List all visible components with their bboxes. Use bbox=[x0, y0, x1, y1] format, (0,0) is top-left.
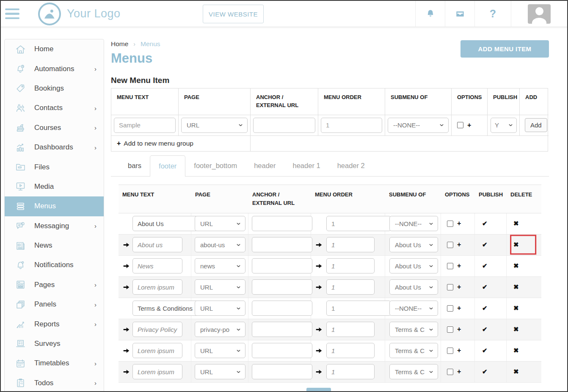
menu-order-input[interactable] bbox=[326, 364, 375, 379]
anchor-url-input[interactable] bbox=[252, 237, 312, 252]
user-avatar[interactable] bbox=[511, 1, 567, 27]
reset-button[interactable]: Reset bbox=[335, 390, 353, 392]
add-menu-item-button[interactable]: ADD MENU ITEM bbox=[460, 40, 549, 58]
inbox-button[interactable] bbox=[445, 1, 474, 27]
tab-bars[interactable]: bars bbox=[119, 155, 150, 176]
options-checkbox[interactable] bbox=[447, 326, 453, 333]
delete-button[interactable]: ✖ bbox=[513, 304, 519, 312]
options-checkbox[interactable] bbox=[447, 221, 453, 227]
menu-order-input[interactable] bbox=[326, 322, 375, 337]
submenu-select[interactable]: About Us bbox=[389, 279, 438, 295]
menu-order-input[interactable] bbox=[326, 258, 375, 273]
options-checkbox[interactable] bbox=[447, 242, 453, 248]
delete-button[interactable]: ✖ bbox=[513, 368, 519, 375]
page-select[interactable]: URL bbox=[195, 279, 245, 295]
sidebar-item-reports[interactable]: Reports › bbox=[5, 314, 104, 334]
sidebar-item-timetables[interactable]: Timetables › bbox=[5, 353, 104, 373]
menu-order-input[interactable] bbox=[326, 279, 375, 295]
new-anchor-url-input[interactable] bbox=[253, 118, 315, 133]
sidebar-item-files[interactable]: Files › bbox=[5, 157, 104, 177]
new-menu-text-input[interactable] bbox=[114, 118, 176, 133]
publish-check-icon[interactable]: ✔ bbox=[482, 220, 488, 227]
new-menu-order-input[interactable] bbox=[321, 118, 382, 133]
publish-check-icon[interactable]: ✔ bbox=[482, 283, 488, 291]
menu-text-input[interactable] bbox=[132, 301, 199, 316]
tab-footer_bottom[interactable]: footer_bottom bbox=[185, 155, 245, 176]
anchor-url-input[interactable] bbox=[252, 279, 312, 295]
delete-button[interactable]: ✖ bbox=[513, 326, 519, 333]
sidebar-item-automations[interactable]: Automations › bbox=[5, 59, 104, 78]
page-select[interactable]: URL bbox=[195, 364, 245, 379]
menu-text-input[interactable] bbox=[132, 237, 182, 252]
sidebar-item-pages[interactable]: Pages › bbox=[5, 275, 104, 295]
submenu-select[interactable]: About Us bbox=[389, 258, 438, 273]
hamburger-menu-icon[interactable] bbox=[5, 6, 19, 22]
anchor-url-input[interactable] bbox=[252, 322, 312, 337]
publish-check-icon[interactable]: ✔ bbox=[482, 347, 488, 354]
menu-order-input[interactable] bbox=[326, 301, 391, 316]
options-checkbox[interactable] bbox=[447, 348, 453, 354]
menu-order-input[interactable] bbox=[326, 343, 375, 358]
help-button[interactable]: ? bbox=[474, 1, 511, 27]
new-options-checkbox[interactable] bbox=[457, 122, 463, 128]
options-checkbox[interactable] bbox=[447, 284, 453, 290]
anchor-url-input[interactable] bbox=[252, 258, 312, 273]
tab-header[interactable]: header bbox=[245, 155, 284, 176]
delete-button[interactable]: ✖ bbox=[513, 347, 519, 354]
options-plus-icon[interactable]: + bbox=[457, 241, 461, 248]
submenu-select[interactable]: --NONE-- bbox=[389, 216, 438, 231]
options-plus-icon[interactable]: + bbox=[457, 283, 461, 291]
tab-header-1[interactable]: header 1 bbox=[284, 155, 329, 176]
view-website-button[interactable]: VIEW WEBSITE bbox=[203, 5, 264, 23]
page-select[interactable]: URL bbox=[195, 216, 245, 231]
sidebar-item-messaging[interactable]: Messaging › bbox=[5, 216, 104, 236]
publish-check-icon[interactable]: ✔ bbox=[482, 241, 488, 248]
tab-footer[interactable]: footer bbox=[150, 155, 185, 177]
tab-header-2[interactable]: header 2 bbox=[329, 155, 373, 176]
breadcrumb-home[interactable]: Home bbox=[111, 40, 128, 48]
page-select[interactable]: URL bbox=[195, 343, 245, 358]
menu-text-input[interactable] bbox=[132, 322, 182, 337]
submenu-select[interactable]: --NONE-- bbox=[389, 301, 438, 316]
sidebar-item-notifications[interactable]: Notifications › bbox=[5, 255, 104, 275]
add-to-new-menu-group-link[interactable]: + Add to new menu group bbox=[111, 136, 251, 151]
new-submenu-select[interactable]: --NONE-- bbox=[388, 118, 449, 133]
submenu-select[interactable]: About Us bbox=[389, 237, 438, 252]
menu-text-input[interactable] bbox=[132, 279, 182, 295]
page-select[interactable]: news bbox=[195, 258, 245, 273]
options-plus-icon[interactable]: + bbox=[457, 368, 461, 375]
anchor-url-input[interactable] bbox=[252, 343, 312, 358]
options-checkbox[interactable] bbox=[447, 369, 453, 375]
sidebar-item-menus[interactable]: Menus › bbox=[5, 196, 104, 216]
anchor-url-input[interactable] bbox=[252, 301, 312, 316]
sidebar-item-surveys[interactable]: Surveys › bbox=[5, 334, 104, 353]
sidebar-item-home[interactable]: Home › bbox=[5, 39, 104, 59]
sidebar-item-todos[interactable]: Todos › bbox=[5, 373, 104, 391]
menu-order-input[interactable] bbox=[326, 237, 375, 252]
options-plus-icon[interactable]: + bbox=[457, 347, 461, 354]
options-plus-icon[interactable]: + bbox=[457, 326, 461, 333]
logo[interactable]: Your Logo bbox=[38, 3, 121, 25]
submenu-select[interactable]: Terms & C bbox=[389, 364, 438, 379]
menu-text-input[interactable] bbox=[132, 216, 199, 231]
add-row-button[interactable]: Add bbox=[525, 118, 547, 132]
sidebar-item-panels[interactable]: Panels › bbox=[5, 295, 104, 314]
sidebar-item-courses[interactable]: Courses › bbox=[5, 118, 104, 138]
save-button[interactable]: Save bbox=[306, 388, 331, 392]
options-checkbox[interactable] bbox=[447, 305, 453, 312]
anchor-url-input[interactable] bbox=[252, 216, 312, 231]
notifications-bell-button[interactable] bbox=[415, 1, 445, 27]
options-plus-icon[interactable]: + bbox=[457, 304, 461, 312]
sidebar-item-news[interactable]: News › bbox=[5, 236, 104, 255]
page-select[interactable]: URL bbox=[195, 301, 245, 316]
sidebar-item-dashboards[interactable]: Dashboards › bbox=[5, 138, 104, 157]
delete-button[interactable]: ✖ bbox=[513, 262, 519, 270]
sidebar-item-media[interactable]: Media › bbox=[5, 177, 104, 196]
page-select[interactable]: privacy-po bbox=[195, 322, 245, 337]
publish-check-icon[interactable]: ✔ bbox=[482, 304, 488, 312]
menu-order-input[interactable] bbox=[326, 216, 391, 231]
publish-check-icon[interactable]: ✔ bbox=[482, 368, 488, 375]
sidebar-item-contacts[interactable]: Contacts › bbox=[5, 98, 104, 118]
menu-text-input[interactable] bbox=[132, 364, 182, 379]
publish-check-icon[interactable]: ✔ bbox=[482, 262, 488, 270]
